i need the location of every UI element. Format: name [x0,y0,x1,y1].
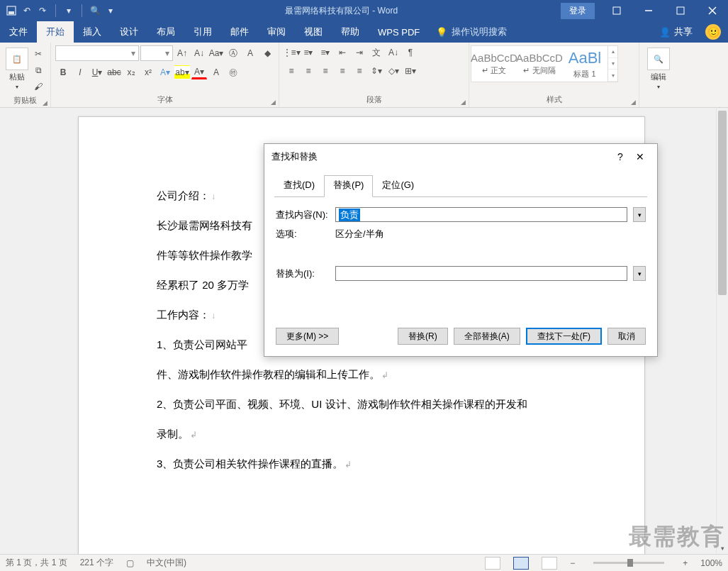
tab-references[interactable]: 引用 [184,21,221,43]
phonetic-icon[interactable]: Ⓐ [225,46,241,60]
feedback-icon[interactable]: 🙂 [705,24,721,40]
text-direction-icon[interactable]: 文 [369,45,384,60]
dialog-tab-find[interactable]: 查找(D) [274,175,324,196]
status-words[interactable]: 221 个字 [80,557,113,569]
clipboard-dialog-launcher[interactable]: ◢ [43,99,47,106]
font-name-combo[interactable]: ▾ [55,45,139,61]
view-web-icon[interactable] [542,557,557,570]
find-history-dropdown[interactable]: ▾ [633,207,646,222]
paste-button[interactable]: 📋 粘贴 ▾ [4,45,29,92]
editing-button[interactable]: 🔍 编辑 ▾ [644,45,673,92]
font-color-icon[interactable]: A▾ [191,65,207,79]
find-input[interactable]: 负责 [335,207,627,222]
share-button[interactable]: 👤共享 [651,21,701,43]
superscript-icon[interactable]: x² [140,65,156,79]
status-proofing-icon[interactable]: ▢ [126,558,134,568]
enclose-char-icon[interactable]: ㊕ [225,65,241,79]
replace-history-dropdown[interactable]: ▾ [633,266,646,281]
styles-dialog-launcher[interactable]: ◢ [631,99,636,106]
view-read-icon[interactable] [485,557,500,570]
bullets-icon[interactable]: ⋮≡▾ [284,45,299,60]
maximize-icon[interactable] [664,0,696,21]
char-border-icon[interactable]: A [242,46,258,60]
multilevel-icon[interactable]: ≡▾ [318,45,333,60]
undo-icon[interactable]: ↶ [21,5,33,16]
tab-design[interactable]: 设计 [111,21,147,43]
char-shading-icon[interactable]: A [208,65,224,79]
ribbon-options-icon[interactable] [600,0,632,21]
style-scroll-up[interactable]: ▴ [608,46,617,58]
tab-layout[interactable]: 布局 [147,21,184,43]
underline-icon[interactable]: U▾ [89,65,105,79]
status-language[interactable]: 中文(中国) [147,557,186,569]
zoom-slider[interactable] [593,562,664,564]
status-page[interactable]: 第 1 页，共 1 页 [6,557,67,569]
paragraph-dialog-launcher[interactable]: ◢ [461,99,466,106]
cancel-button[interactable]: 取消 [607,328,646,345]
font-dialog-launcher[interactable]: ◢ [271,99,276,106]
search-icon[interactable]: 🔍 [89,5,101,16]
distribute-icon[interactable]: ≡ [352,64,367,78]
style-no-spacing[interactable]: AaBbCcD↵ 无间隔 [517,46,562,82]
zoom-level[interactable]: 100% [700,558,722,568]
save-icon[interactable] [6,5,17,16]
align-center-icon[interactable]: ≡ [301,64,316,78]
align-left-icon[interactable]: ≡ [284,64,299,78]
more-button[interactable]: 更多(M) >> [276,328,339,345]
zoom-out-icon[interactable]: − [570,558,575,568]
grow-font-icon[interactable]: A↑ [174,46,190,60]
tab-wpspdf[interactable]: WPS PDF [369,21,429,43]
minimize-icon[interactable] [632,0,664,21]
shading-icon[interactable]: ◇▾ [386,64,401,78]
zoom-in-icon[interactable]: + [683,558,688,568]
copy-icon[interactable]: ⧉ [30,63,46,77]
strikethrough-icon[interactable]: abc [106,65,122,79]
cut-icon[interactable]: ✂ [30,47,46,61]
qat-more-icon[interactable]: ▾ [105,5,116,16]
change-case-icon[interactable]: Aa▾ [208,46,224,60]
tab-home[interactable]: 开始 [37,21,74,43]
qat-dropdown-icon[interactable]: ▾ [63,5,74,16]
text-effects-icon[interactable]: A▾ [157,65,173,79]
scroll-thumb[interactable] [718,111,727,295]
replace-input[interactable] [335,266,627,281]
numbering-icon[interactable]: ≡▾ [301,45,316,60]
tell-me[interactable]: 💡操作说明搜索 [429,21,514,43]
sort-icon[interactable]: A↓ [386,45,401,60]
tab-file[interactable]: 文件 [0,21,37,43]
line-spacing-icon[interactable]: ⇕▾ [369,64,384,78]
dialog-close-icon[interactable]: ✕ [630,151,650,162]
find-next-button[interactable]: 查找下一处(F) [526,328,602,345]
replace-all-button[interactable]: 全部替换(A) [454,328,520,345]
decrease-indent-icon[interactable]: ⇤ [335,45,350,60]
dialog-tab-replace[interactable]: 替换(P) [324,175,373,197]
redo-icon[interactable]: ↷ [37,5,48,16]
justify-icon[interactable]: ≡ [335,64,350,78]
align-right-icon[interactable]: ≡ [318,64,333,78]
style-normal[interactable]: AaBbCcD↵ 正文 [471,46,517,82]
close-icon[interactable] [696,0,728,21]
subscript-icon[interactable]: x₂ [123,65,139,79]
italic-icon[interactable]: I [72,65,88,79]
increase-indent-icon[interactable]: ⇥ [352,45,367,60]
login-button[interactable]: 登录 [561,3,595,19]
bold-icon[interactable]: B [55,65,71,79]
tab-help[interactable]: 帮助 [332,21,369,43]
font-size-combo[interactable]: ▾ [140,45,173,61]
replace-button[interactable]: 替换(R) [398,328,448,345]
style-heading1[interactable]: AaBl标题 1 [562,46,607,82]
borders-icon[interactable]: ⊞▾ [403,64,418,78]
tab-mailings[interactable]: 邮件 [221,21,258,43]
shrink-font-icon[interactable]: A↓ [191,46,207,60]
styles-gallery[interactable]: AaBbCcD↵ 正文 AaBbCcD↵ 无间隔 AaBl标题 1 ▴▾▾ [471,45,618,82]
clear-format-icon[interactable]: ◆ [259,46,275,60]
highlight-icon[interactable]: ab▾ [174,65,190,79]
dialog-tab-goto[interactable]: 定位(G) [373,175,423,196]
view-print-icon[interactable] [513,557,529,570]
tab-review[interactable]: 审阅 [258,21,295,43]
show-marks-icon[interactable]: ¶ [403,45,418,60]
dialog-help-icon[interactable]: ? [610,151,630,162]
style-scroll-down[interactable]: ▾ [608,58,617,70]
vertical-scrollbar[interactable]: ▴ ▾ [716,108,728,554]
format-painter-icon[interactable]: 🖌 [30,79,46,94]
